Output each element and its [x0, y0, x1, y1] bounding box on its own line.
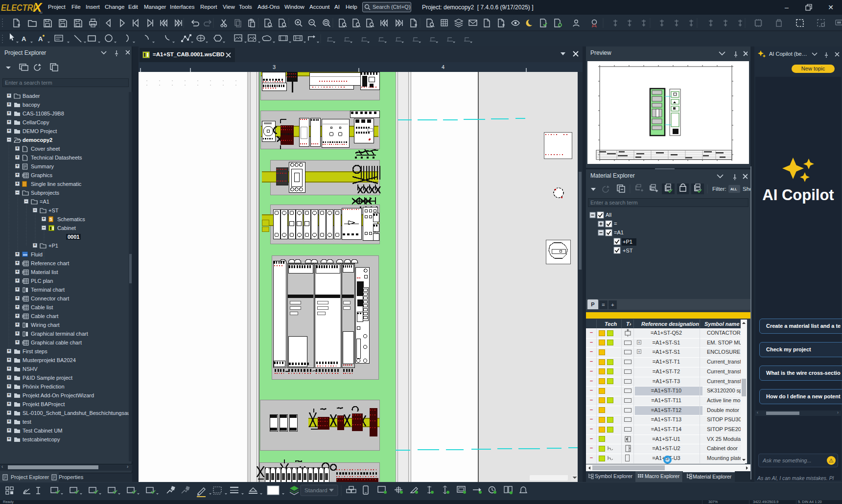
svg-text:=A1: =A1	[614, 229, 624, 235]
svg-text:=: =	[614, 221, 617, 227]
svg-text:Standard: Standard	[304, 487, 327, 493]
svg-text:A: A	[22, 35, 26, 43]
svg-text:A: A	[38, 35, 43, 43]
svg-text:Show: Show	[743, 186, 750, 192]
svg-text:ELECTRI: ELECTRI	[1, 3, 36, 13]
svg-text:+ST: +ST	[623, 248, 633, 253]
svg-text:Filter:: Filter:	[712, 186, 726, 192]
svg-text:AI: AI	[40, 11, 43, 14]
svg-text:3: 3	[273, 64, 276, 70]
svg-text:4: 4	[442, 64, 444, 70]
svg-text:ALL: ALL	[730, 187, 737, 191]
svg-text:All: All	[606, 212, 611, 218]
svg-text:+P1: +P1	[623, 239, 632, 245]
